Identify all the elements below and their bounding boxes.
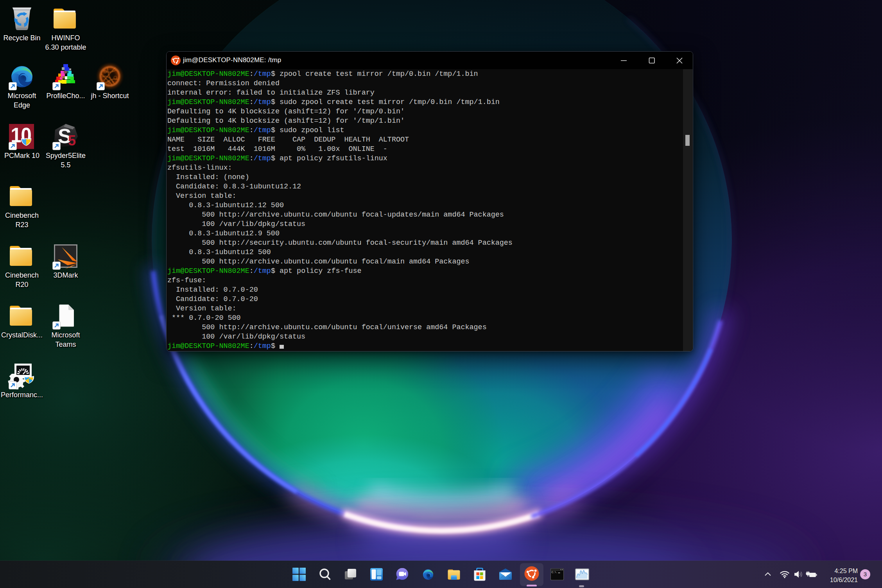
svg-text:5: 5 bbox=[68, 133, 76, 149]
svg-text:C:\: C:\ bbox=[552, 571, 557, 574]
